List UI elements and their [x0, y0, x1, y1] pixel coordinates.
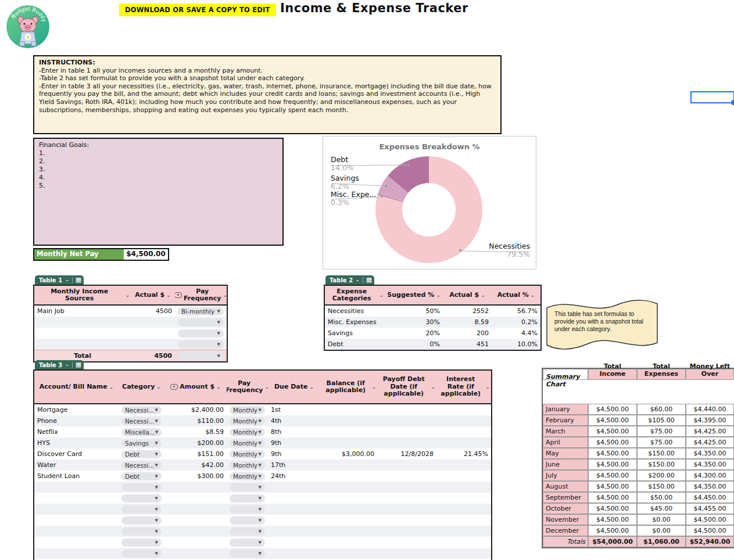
sort-chevron-icon[interactable]: ⌄ [371, 383, 376, 391]
pay-frequency-dropdown[interactable]: ▼ [230, 516, 265, 525]
sort-chevron-icon[interactable]: ⌄ [309, 383, 314, 391]
account-name-cell[interactable]: HYS [34, 439, 119, 447]
category-dropdown[interactable]: ▼ [121, 494, 162, 502]
financial-goals-box[interactable]: Financial Goals: 1. 2. 3. 4. 5. [33, 138, 284, 246]
table3-row[interactable]: HYS Savings▼ $200.00 Monthly▼ 9th [34, 437, 491, 448]
table3-row[interactable]: Discover Card Debt▼ $151.00 Monthly▼ 9th… [34, 448, 491, 460]
category-dropdown[interactable]: ▼ [121, 550, 162, 558]
table2-chip[interactable]: Table 2 ⌄ ▦ [325, 275, 374, 285]
category-dropdown[interactable]: Miscella...▼ [121, 428, 162, 436]
actual-percent-cell[interactable]: 4.4% [492, 329, 540, 337]
selected-cell-outline[interactable] [690, 91, 734, 103]
account-name-cell[interactable]: Water [34, 461, 119, 469]
amount-cell[interactable]: $2,400.00 [164, 406, 227, 414]
due-date-cell[interactable]: 4th [268, 417, 320, 425]
interest-rate-cell[interactable]: 21.45% [436, 450, 491, 458]
table3-row[interactable]: Netflix Miscella...▼ $8.59 Monthly▼ 8th [34, 426, 491, 437]
pay-frequency-dropdown[interactable]: ▼ [178, 352, 224, 360]
pay-frequency-dropdown[interactable]: ▼ [178, 340, 224, 349]
pay-frequency-dropdown[interactable]: Monthly▼ [230, 439, 265, 447]
actual-percent-cell[interactable]: 56.7% [492, 307, 540, 315]
account-name-cell[interactable]: Discover Card [34, 450, 119, 458]
category-dropdown[interactable]: Necessi...▼ [121, 417, 162, 425]
due-date-cell[interactable]: 9th [268, 450, 320, 458]
amount-cell[interactable]: $8.59 [164, 428, 227, 436]
table1-row[interactable]: ▼ [34, 317, 227, 328]
pay-frequency-dropdown[interactable]: Monthly▼ [230, 417, 265, 425]
table3-chip[interactable]: Table 3 ⌄ ▦ [35, 360, 84, 369]
pay-frequency-dropdown[interactable]: ▼ [230, 550, 265, 558]
category-dropdown[interactable]: ▼ [121, 505, 162, 514]
actual-amount-cell[interactable]: 200 [443, 329, 492, 337]
chevron-down-icon[interactable]: ⌄ [65, 277, 69, 282]
sort-chevron-icon[interactable]: ⌄ [485, 383, 490, 391]
account-name-cell[interactable]: Student Loan [34, 472, 119, 480]
table2-row[interactable]: Necessities 50% 2552 56.7% [325, 306, 540, 317]
sort-chevron-icon[interactable]: ⌄ [481, 292, 485, 299]
due-date-cell[interactable]: 24th [268, 472, 320, 480]
table-grid-icon[interactable]: ▦ [76, 362, 81, 368]
table3-row[interactable]: Water Necessi...▼ $42.00 Monthly▼ 17th [34, 460, 491, 471]
suggested-percent-cell[interactable]: 30% [385, 318, 443, 326]
expense-category-cell[interactable]: Savings [325, 329, 385, 337]
expense-category-cell[interactable]: Debt [325, 340, 385, 348]
expense-category-cell[interactable]: Necessities [325, 307, 385, 315]
table2-row[interactable]: Debt 0% 451 10.0% [325, 339, 540, 350]
actual-percent-cell[interactable]: 10.0% [492, 340, 540, 348]
pay-frequency-dropdown[interactable]: Monthly▼ [230, 450, 265, 458]
due-date-cell[interactable]: 1st [268, 406, 320, 414]
chevron-down-icon[interactable]: ⌄ [65, 362, 69, 367]
table3-row[interactable]: Student Loan Debt▼ $300.00 Monthly▼ 24th [34, 471, 491, 482]
suggested-percent-cell[interactable]: 0% [385, 340, 443, 348]
table-grid-icon[interactable]: ▦ [366, 277, 372, 283]
chevron-down-icon[interactable]: ⌄ [356, 277, 360, 282]
actual-percent-cell[interactable]: 0.2% [492, 318, 540, 326]
table2-row[interactable]: Misc. Expenses 30% 8.59 0.2% [325, 317, 540, 328]
hidden-column-icon[interactable] [170, 384, 178, 390]
selection-fill-handle[interactable] [731, 100, 734, 105]
table3-row[interactable]: ▼ ▼ [34, 537, 491, 548]
table3-row[interactable]: ▼ ▼ [34, 493, 491, 504]
category-dropdown[interactable]: Necessi...▼ [121, 406, 162, 414]
amount-cell[interactable]: $42.00 [164, 461, 227, 469]
pay-frequency-dropdown[interactable]: ▼ [230, 505, 265, 514]
account-name-cell[interactable]: Phone [34, 417, 119, 425]
table1-row[interactable]: ▼ [34, 339, 227, 350]
sort-chevron-icon[interactable]: ⌄ [431, 383, 435, 391]
table3-row[interactable]: ▼ ▼ [34, 482, 491, 493]
table3-row[interactable]: ▼ ▼ [34, 526, 491, 537]
amount-cell[interactable]: $110.00 [164, 417, 227, 425]
actual-amount-cell[interactable]: 8.59 [443, 318, 492, 326]
payoff-date-cell[interactable]: 12/8/2028 [377, 450, 436, 458]
pay-frequency-dropdown[interactable]: Monthly▼ [230, 406, 265, 414]
due-date-cell[interactable]: 17th [268, 461, 320, 469]
pay-frequency-dropdown[interactable]: Monthly▼ [230, 428, 265, 436]
table1-row[interactable]: ▼ [34, 328, 227, 339]
pay-frequency-dropdown[interactable]: Monthly▼ [230, 472, 265, 480]
table-grid-icon[interactable]: ▦ [76, 277, 81, 283]
sort-chevron-icon[interactable]: ⌄ [379, 292, 384, 299]
net-pay-value[interactable]: $4,500.00 [124, 249, 168, 260]
sort-chevron-icon[interactable]: ⌄ [125, 292, 130, 299]
suggested-percent-cell[interactable]: 50% [385, 307, 443, 315]
actual-amount-cell[interactable]: 4500 [131, 307, 175, 315]
category-dropdown[interactable]: ▼ [121, 539, 162, 547]
sort-chevron-icon[interactable]: ⌄ [436, 292, 441, 299]
table1-row[interactable]: Main Job 4500 Bi-monthly▼ [34, 306, 227, 317]
table1-chip[interactable]: Table 1 ⌄ ▦ [35, 275, 84, 285]
pay-frequency-dropdown[interactable]: ▼ [230, 527, 265, 536]
category-dropdown[interactable]: ▼ [121, 516, 162, 525]
pay-frequency-dropdown[interactable]: ▼ [230, 539, 265, 547]
due-date-cell[interactable]: 9th [268, 439, 320, 447]
amount-cell[interactable]: $151.00 [164, 450, 227, 458]
table3-row[interactable]: Mortgage Necessi...▼ $2,400.00 Monthly▼ … [34, 404, 491, 415]
hidden-column-icon[interactable] [175, 292, 182, 298]
sort-chevron-icon[interactable]: ⌄ [531, 292, 535, 299]
balance-cell[interactable]: $3,000.00 [320, 450, 377, 458]
category-dropdown[interactable]: Necessi...▼ [121, 461, 162, 469]
actual-amount-cell[interactable]: 2552 [443, 307, 492, 315]
table3-row[interactable]: Phone Necessi...▼ $110.00 Monthly▼ 4th [34, 415, 491, 426]
amount-cell[interactable]: $300.00 [164, 472, 227, 480]
table3-row[interactable]: ▼ ▼ [34, 548, 491, 559]
pay-frequency-dropdown[interactable]: Monthly▼ [230, 461, 265, 469]
